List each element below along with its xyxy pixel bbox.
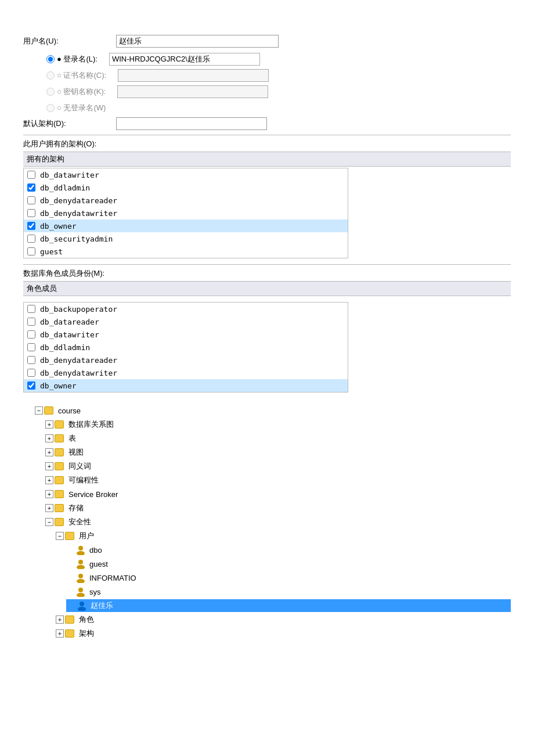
schema-name: db_datawriter (40, 171, 99, 179)
tree-node-synonyms[interactable]: + 同义词 (45, 460, 511, 473)
tree-expand-course[interactable]: − (35, 406, 43, 415)
tree-node-users[interactable]: − 用户 (56, 530, 511, 542)
tree-expand-synonyms[interactable]: + (45, 462, 53, 470)
schema-checkbox-guest[interactable] (27, 247, 35, 255)
tree-node-zhaojiale[interactable]: 赵佳乐 (66, 599, 511, 612)
role-checkbox-db_datawriter[interactable] (27, 330, 35, 339)
tree-expand-servicebroker[interactable]: + (45, 490, 53, 498)
tree-node-dbo[interactable]: dbo (66, 543, 511, 556)
nologin-radio-row: ○ 无登录名(W) (46, 101, 511, 115)
tree-label-guest: guest (89, 560, 108, 568)
tree-node-servicebroker[interactable]: + Service Broker (45, 488, 511, 501)
tree-node-schemas[interactable]: + 架构 (56, 627, 511, 640)
username-label: 用户名(U): (23, 36, 116, 46)
tree-expand-security[interactable]: − (45, 518, 53, 526)
schema-checkbox-db_datawriter[interactable] (27, 171, 35, 179)
svg-point-3 (77, 565, 85, 569)
tree-root-children: + 数据库关系图 + 表 + 视图 + 同义词 (45, 418, 511, 640)
schema-name: db_denydatawriter (40, 209, 117, 218)
schema-checkbox-db_denydatawriter[interactable] (27, 209, 35, 217)
folder-icon-views (55, 448, 64, 456)
svg-point-5 (77, 579, 85, 583)
list-item: db_securityadmin (24, 232, 348, 245)
tree-node-programmability[interactable]: + 可编程性 (45, 474, 511, 487)
list-item: db_denydatareader (24, 354, 348, 366)
role-members-list: db_backupoperator db_datareader db_dataw… (23, 302, 348, 393)
tree-label-users: 用户 (79, 531, 94, 541)
role-checkbox-db_ddladmin[interactable] (27, 343, 35, 351)
tree-node-sys[interactable]: sys (66, 585, 511, 598)
tree-root[interactable]: − course (35, 404, 511, 417)
folder-icon-dbdiagram (55, 420, 64, 429)
user-icon-guest (75, 559, 86, 569)
tree-node-tables[interactable]: + 表 (45, 432, 511, 445)
default-schema-input[interactable] (116, 117, 267, 130)
tree-users-children: dbo guest (66, 543, 511, 612)
role-name: db_owner (40, 381, 77, 390)
role-name: db_datawriter (40, 330, 99, 339)
folder-icon-schemas (65, 629, 74, 638)
tree-label-storage: 存储 (68, 503, 84, 513)
tree-node-roles[interactable]: + 角色 (56, 613, 511, 626)
schema-checkbox-db_denydatareader[interactable] (27, 196, 35, 204)
tree-node-security[interactable]: − 安全性 (45, 516, 511, 528)
tree-view: − course + 数据库关系图 + 表 + 视图 (23, 404, 511, 640)
tree-expand-users[interactable]: − (56, 532, 64, 540)
tree-label-sys: sys (89, 588, 101, 596)
user-icon-sys (75, 586, 86, 597)
tree-node-storage[interactable]: + 存储 (45, 502, 511, 514)
tree-label-programmability: 可编程性 (68, 475, 99, 485)
role-name: db_denydatareader (40, 356, 117, 365)
tree-node-information[interactable]: INFORMATIO (66, 571, 511, 584)
svg-point-2 (78, 560, 83, 564)
cert-radio[interactable] (46, 71, 55, 80)
list-item: db_datawriter (24, 168, 348, 181)
role-header: 角色成员 (23, 281, 511, 296)
role-checkbox-db_denydatareader[interactable] (27, 356, 35, 364)
role-checkbox-db_datareader[interactable] (27, 318, 35, 326)
user-icon-information (75, 573, 86, 583)
role-name: db_datareader (40, 318, 99, 326)
tree-label-dbo: dbo (89, 546, 102, 555)
tree-expand-roles[interactable]: + (56, 615, 64, 624)
key-radio[interactable] (46, 88, 55, 96)
tree-expand-programmability[interactable]: + (45, 476, 53, 484)
role-checkbox-db_owner[interactable] (27, 381, 35, 390)
tree-expand-schemas[interactable]: + (56, 629, 64, 638)
list-item: db_owner (24, 379, 348, 392)
login-radio[interactable] (46, 55, 55, 63)
tree-node-views[interactable]: + 视图 (45, 446, 511, 459)
tree-label-synonyms: 同义词 (68, 461, 91, 471)
list-item: db_ddladmin (24, 181, 348, 194)
login-label: ● 登录名(L): (57, 54, 98, 64)
default-schema-row: 默认架构(D): (23, 117, 511, 130)
login-input[interactable] (109, 53, 260, 66)
schema-checkbox-db_ddladmin[interactable] (27, 183, 35, 192)
login-radio-row: ● 登录名(L): (46, 52, 511, 66)
tree-expand-storage[interactable]: + (45, 504, 53, 512)
tree-label-tables: 表 (68, 433, 76, 444)
tree-expand-tables[interactable]: + (45, 434, 53, 442)
tree-label-security: 安全性 (68, 517, 91, 527)
nologin-radio[interactable] (46, 104, 55, 112)
role-checkbox-db_backupoperator[interactable] (27, 305, 35, 313)
tree-node-dbdiagram[interactable]: + 数据库关系图 (45, 418, 511, 431)
tree-expand-views[interactable]: + (45, 448, 53, 456)
schema-checkbox-db_owner[interactable] (27, 222, 35, 230)
schema-name: db_owner (40, 222, 77, 231)
cert-radio-row: ○ 证书名称(C): (46, 69, 511, 82)
default-schema-label: 默认架构(D): (23, 118, 116, 129)
tree-expand-dbdiagram[interactable]: + (45, 420, 53, 429)
list-item: db_denydatawriter (24, 366, 348, 379)
role-checkbox-db_denydatawriter[interactable] (27, 369, 35, 377)
cert-label: ○ 证书名称(C): (57, 70, 106, 81)
svg-point-4 (78, 574, 83, 578)
tree-node-guest[interactable]: guest (66, 557, 511, 570)
username-input[interactable] (116, 35, 279, 48)
list-item: db_owner (24, 219, 348, 232)
list-item: db_datawriter (24, 328, 348, 341)
schema-checkbox-db_securityadmin[interactable] (27, 235, 35, 243)
tree-security-children: − 用户 dbo (56, 530, 511, 640)
svg-point-1 (77, 551, 85, 555)
key-input (117, 85, 268, 98)
